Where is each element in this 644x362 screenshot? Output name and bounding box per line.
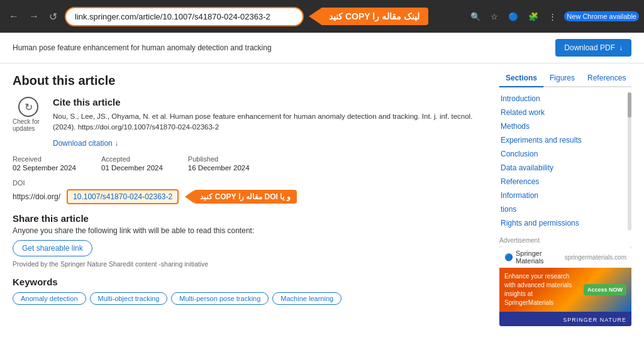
cite-text: Nou, S., Lee, JS., Ohyama, N. et al. Hum…: [53, 111, 484, 133]
new-chrome-badge: New Chrome available: [564, 11, 639, 21]
section-introduction[interactable]: Introduction: [499, 92, 631, 105]
check-updates-label: Check for updates: [13, 118, 44, 132]
doi-highlighted[interactable]: 10.1007/s41870-024-02363-2: [67, 189, 179, 204]
section-methods[interactable]: Methods: [499, 120, 631, 133]
date-published: Published 16 December 2024: [188, 155, 250, 172]
section-information[interactable]: Information: [499, 189, 631, 202]
copy-url-label: لینک مقاله را COPY کنید: [309, 8, 428, 25]
dates-row: Received 02 September 2024 Accepted 01 D…: [13, 155, 484, 172]
download-pdf-button[interactable]: Download PDF ↓: [555, 39, 631, 57]
menu-icon[interactable]: ⋮: [546, 11, 559, 23]
section-related-work[interactable]: Related work: [499, 106, 631, 119]
section-conclusion[interactable]: Conclusion: [499, 148, 631, 160]
page-wrapper: Human pose feature enhancement for human…: [0, 33, 644, 362]
keyword-machine-learning[interactable]: Machine learning: [272, 292, 341, 305]
ad-header: 🔵 Springer Materials springermaterials.c…: [499, 246, 631, 268]
ad-box[interactable]: 🔵 Springer Materials springermaterials.c…: [499, 246, 631, 326]
section-tions[interactable]: tions: [499, 203, 631, 216]
get-shareable-link-button[interactable]: Get shareable link: [13, 240, 92, 256]
sidebar-tabs: Sections Figures References: [499, 70, 631, 87]
keywords-heading: Keywords: [13, 277, 484, 287]
arrow-icon: [309, 9, 320, 24]
sidebar: Sections Figures References Introduction…: [499, 63, 631, 332]
search-icon[interactable]: 🔍: [468, 11, 483, 23]
copy-url-text: لینک مقاله را COPY کنید: [320, 8, 428, 25]
main-content: About this article ↻ Check for updates C…: [13, 63, 499, 332]
date-accepted: Accepted 01 December 2024: [101, 155, 163, 172]
profile-icon[interactable]: 🔵: [506, 11, 521, 23]
cite-heading: Cite this article: [53, 97, 484, 107]
date-received-value: 02 September 2024: [13, 164, 76, 172]
check-icon-circle: ↻: [18, 97, 38, 117]
date-accepted-value: 01 December 2024: [101, 164, 163, 172]
ad-site-text: springermaterials.com: [565, 254, 626, 261]
about-section-title: About this article: [13, 74, 484, 88]
springer-materials-logo: 🔵: [504, 253, 513, 261]
section-data-availability[interactable]: Data availability: [499, 162, 631, 174]
article-header-bar: Human pose feature enhancement for human…: [0, 33, 644, 63]
nav-buttons: ← → ↺: [5, 8, 61, 25]
share-description: Anyone you share the following link with…: [13, 226, 484, 235]
article-title-short: Human pose feature enhancement for human…: [13, 43, 272, 52]
share-heading: Share this article: [13, 213, 484, 224]
section-experiments[interactable]: Experiments and results: [499, 134, 631, 146]
ad-access-button[interactable]: Access NOW: [584, 284, 626, 295]
sidebar-scrollbar-thumb: [628, 92, 631, 118]
section-rights[interactable]: Rights and permissions: [499, 217, 631, 229]
springer-nature-label: SPRINGER NATURE: [563, 317, 626, 323]
doi-copy-text: و یا DOI مقاله را COPY کنید: [194, 190, 296, 204]
bookmark-icon[interactable]: ☆: [488, 11, 501, 23]
ad-text: Enhance your research with advanced mate…: [504, 272, 580, 307]
extensions-icon[interactable]: 🧩: [526, 11, 541, 23]
doi-prefix: https://doi.org/: [13, 192, 60, 201]
doi-arrow-label: و یا DOI مقاله را COPY کنید: [185, 190, 296, 204]
doi-section: DOI https://doi.org/ 10.1007/s41870-024-…: [13, 179, 484, 204]
date-published-label: Published: [188, 155, 250, 163]
main-layout: About this article ↻ Check for updates C…: [0, 63, 644, 332]
sharedit-note: Provided by the Springer Nature Sharedit…: [13, 260, 484, 268]
ad-logo-text: Springer Materials: [516, 250, 562, 265]
sidebar-sections: Introduction Related work Methods Experi…: [499, 92, 631, 231]
download-pdf-label: Download PDF: [564, 43, 615, 52]
browser-chrome: ← → ↺ لینک مقاله را COPY کنید 🔍 ☆ 🔵 🧩 ⋮ …: [0, 0, 644, 33]
ad-label: Advertisement: [499, 237, 631, 244]
url-input[interactable]: [65, 7, 304, 26]
tab-figures[interactable]: Figures: [543, 70, 581, 87]
doi-arrow-icon: [185, 190, 194, 203]
check-updates-icon: ↻ Check for updates: [13, 97, 44, 148]
ad-image-area: Enhance your research with advanced mate…: [499, 268, 631, 312]
browser-right-controls: 🔍 ☆ 🔵 🧩 ⋮ New Chrome available: [468, 11, 639, 23]
keyword-multi-person-pose[interactable]: Multi-person pose tracking: [171, 292, 269, 305]
cite-content: Cite this article Nou, S., Lee, JS., Ohy…: [53, 97, 484, 148]
ad-footer: SPRINGER NATURE: [499, 312, 631, 326]
back-button[interactable]: ←: [5, 8, 23, 25]
date-received-label: Received: [13, 155, 76, 163]
date-received: Received 02 September 2024: [13, 155, 76, 172]
download-citation-link[interactable]: Download citation ↓: [53, 139, 118, 148]
refresh-button[interactable]: ↺: [45, 8, 61, 25]
cite-section: ↻ Check for updates Cite this article No…: [13, 97, 484, 148]
address-bar-area: لینک مقاله را COPY کنید: [65, 7, 464, 26]
download-pdf-icon: ↓: [619, 43, 623, 52]
sidebar-scrollbar[interactable]: [628, 92, 631, 231]
date-accepted-label: Accepted: [101, 155, 163, 163]
forward-button[interactable]: →: [25, 8, 43, 25]
date-published-value: 16 December 2024: [188, 164, 250, 172]
doi-label: DOI: [13, 179, 484, 187]
keywords-row: Anomaly detection Multi-object tracking …: [13, 292, 484, 305]
tab-sections[interactable]: Sections: [499, 70, 543, 87]
keyword-anomaly-detection[interactable]: Anomaly detection: [13, 292, 86, 305]
section-references[interactable]: References: [499, 175, 631, 188]
doi-value-row: https://doi.org/ 10.1007/s41870-024-0236…: [13, 189, 484, 204]
tab-references[interactable]: References: [581, 70, 632, 87]
keyword-multi-object-tracking[interactable]: Multi-object tracking: [90, 292, 168, 305]
